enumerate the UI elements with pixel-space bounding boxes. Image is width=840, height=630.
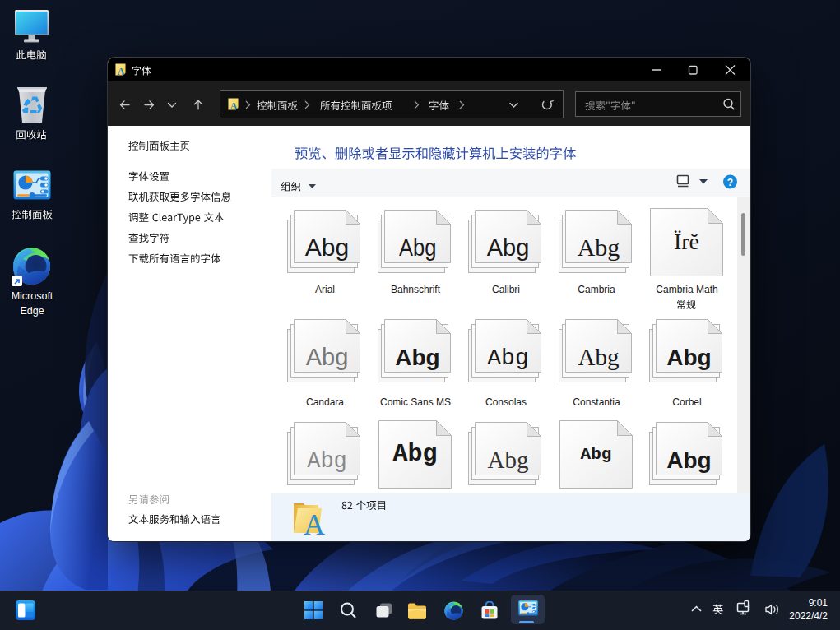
svg-text:A: A — [118, 66, 125, 76]
svg-text:A: A — [304, 508, 325, 536]
svg-text:A: A — [230, 100, 238, 110]
